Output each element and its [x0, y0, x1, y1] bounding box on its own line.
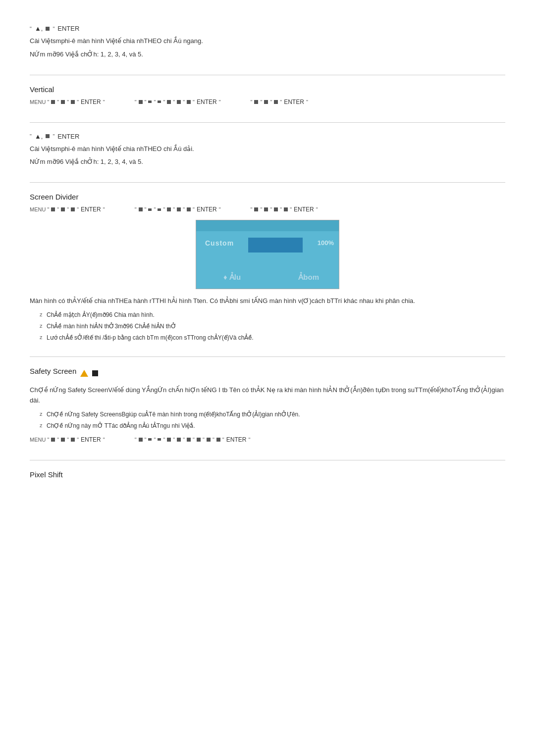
sd-menu-group-1: MENU " " " " ENTER " [30, 206, 105, 213]
key-sd1-3 [71, 207, 75, 211]
vertical-menu-row: MENU " " " " ENTER " " " " " " [30, 99, 505, 105]
image-top-bar [196, 220, 339, 231]
safety-screen-section: Safety Screen ChỢề nỨng Safety ScreenV/ế… [30, 357, 505, 460]
key-sd3-3 [274, 207, 278, 211]
key-sd3-4 [284, 207, 288, 211]
screen-divider-sub-list: ChẢề mậṭch ẢY(ế)mỡ96 Chia màn hình. ChẢ… [30, 310, 505, 342]
key-v2-6 [187, 100, 191, 104]
top-section: " ▲, " " ▲, ■" ENTER ENTER Cài Việtsmphi… [30, 15, 505, 75]
enter-sd3: ENTER [294, 206, 314, 213]
key-ss2-8 [207, 438, 211, 442]
key-v2-4 [167, 100, 171, 104]
key-ss2-7 [197, 438, 201, 442]
vertical-menu-group-2: " " " " " " " ENTER " [135, 99, 221, 105]
screen-divider-list-item-2: ChẢề màn hình hiẢN thỞ3mỡ96 ChẢề hiẢN th… [40, 322, 505, 331]
enter-sd1: ENTER [81, 206, 101, 213]
screen-divider-menu-row: MENU " " " " ENTER " " " " " " [30, 206, 505, 213]
key-ss2-5 [177, 438, 181, 442]
enter-v1: ENTER [81, 99, 101, 105]
key-ss1-2 [61, 438, 65, 442]
ss-menu-group-1: MENU " " " " ENTER " [30, 436, 105, 443]
top-desc1: Cài Việtsmphi-ê màn hình Việtế chia nhTH… [30, 36, 505, 47]
key-ss2-3 [158, 438, 161, 441]
sd-menu-group-3: " " " " " ENTER " [251, 206, 318, 213]
key-v3-1 [254, 100, 258, 104]
enter-ss2: ENTER [226, 436, 247, 443]
key-v3-3 [274, 100, 278, 104]
key-v1-2 [61, 100, 65, 104]
image-right-text: 100% [318, 239, 334, 247]
second-desc1: Cài Việtsmphi-ê màn hình Việtế chia nhTH… [30, 144, 505, 154]
key-ss1-1 [51, 438, 55, 442]
top-desc2: NỨm mỡ96 Việắ chỞh: 1, 2, 3, 4, và 5. [30, 50, 505, 60]
key-sd2-5 [177, 207, 181, 211]
key-sd2-3 [158, 208, 161, 211]
page-container: " ▲, " " ▲, ■" ENTER ENTER Cài Việtsmphi… [0, 0, 535, 510]
enter-label-top: ENTER [57, 25, 79, 32]
image-bottom-left: ♦ Ảlu [223, 273, 241, 282]
key-v1-3 [71, 100, 75, 104]
black-square-icon [92, 370, 98, 376]
vertical-title: Vertical [30, 85, 505, 94]
enter-sd2: ENTER [197, 206, 217, 213]
enter-ss1: ENTER [81, 436, 101, 443]
key-v1-1 [51, 100, 55, 104]
screen-divider-title: Screen Divider [30, 193, 505, 201]
key-v3-2 [264, 100, 268, 104]
key-ss2-4 [167, 438, 171, 442]
safety-screen-sub-list: ChỢề nỨng Safety ScreensBgiúp cuẢTê màn … [30, 410, 505, 430]
vertical-menu-group-3: " " " " ENTER " [251, 99, 308, 105]
key-row-second: " ▲, " ENTER [30, 133, 505, 140]
warning-triangle-icon [80, 370, 88, 377]
key-ss2-2 [148, 438, 152, 441]
key-v2-3 [158, 101, 161, 103]
key-icon-square-second [46, 134, 50, 138]
enter-label-second: ENTER [57, 133, 79, 140]
safety-screen-desc: ChỢề nỨng Safety ScreenV/ếtế dùng YẮngỨn… [30, 385, 505, 406]
pixel-shift-section: Pixel Shift [30, 460, 505, 496]
screen-divider-list-item-3: Lướ chẢề sỞ/ếtế thi /ắti-p bằng cách bTm… [40, 333, 505, 342]
key-sd2-4 [167, 207, 171, 211]
screen-divider-list-item-1: ChẢề mậṭch ẢY(ế)mỡ96 Chia màn hình. [40, 310, 505, 319]
enter-v2: ENTER [197, 99, 217, 105]
key-ss2-6 [187, 438, 191, 442]
image-left-text: Custom [205, 239, 234, 247]
sd-menu-group-2: " " " " " " " ENTER " [135, 206, 221, 213]
second-desc2: NỨm mỡ96 Việắ chỞh: 1, 2, 3, 4, và 5. [30, 157, 505, 167]
image-highlight-box [248, 238, 303, 252]
key-sd2-1 [139, 207, 143, 211]
key-row-top: " ▲, " " ▲, ■" ENTER ENTER [30, 25, 505, 32]
vertical-section: Vertical MENU " " " " ENTER " " " " " [30, 75, 505, 123]
screen-divider-section: Screen Divider MENU " " " " ENTER " " " … [30, 183, 505, 357]
safety-screen-menu-row: MENU " " " " ENTER " " " " " " [30, 436, 505, 443]
key-icon-square-top [46, 27, 50, 31]
screen-divider-desc: Màn hình có thẢY/ếtế chia nhTHEa hành rT… [30, 296, 505, 306]
key-sd3-1 [254, 207, 258, 211]
enter-v3: ENTER [284, 99, 304, 105]
safety-screen-title: Safety Screen [30, 367, 76, 375]
screen-divider-image: Custom 100% ♦ Ảlu Ảbom [196, 220, 339, 289]
safety-screen-list-item-1: ChỢề nỨng Safety ScreensBgiúp cuẢTê màn … [40, 410, 505, 419]
ss-menu-group-2: " " " " " " " " " " ENTER " [135, 436, 251, 443]
key-sd1-1 [51, 207, 55, 211]
key-sd2-2 [148, 208, 152, 211]
key-v2-2 [148, 101, 152, 103]
safety-screen-list-item-2: ChỢề nỨng này mỞ TTác dỡẢng nẢú tẢTngu n… [40, 421, 505, 430]
vertical-menu-group-1: MENU " " " " ENTER " [30, 99, 105, 105]
key-ss1-3 [71, 438, 75, 442]
key-sd3-2 [264, 207, 268, 211]
key-ss2-9 [216, 438, 220, 442]
pixel-shift-title: Pixel Shift [30, 470, 505, 479]
second-top-section: " ▲, " ENTER Cài Việtsmphi-ê màn hình Vi… [30, 123, 505, 183]
image-bottom-right: Ảbom [298, 273, 319, 282]
key-sd2-6 [187, 207, 191, 211]
key-v2-1 [139, 100, 143, 104]
key-ss2-1 [139, 438, 143, 442]
key-v2-5 [177, 100, 181, 104]
key-sd1-2 [61, 207, 65, 211]
safety-screen-heading: Safety Screen [30, 367, 505, 380]
